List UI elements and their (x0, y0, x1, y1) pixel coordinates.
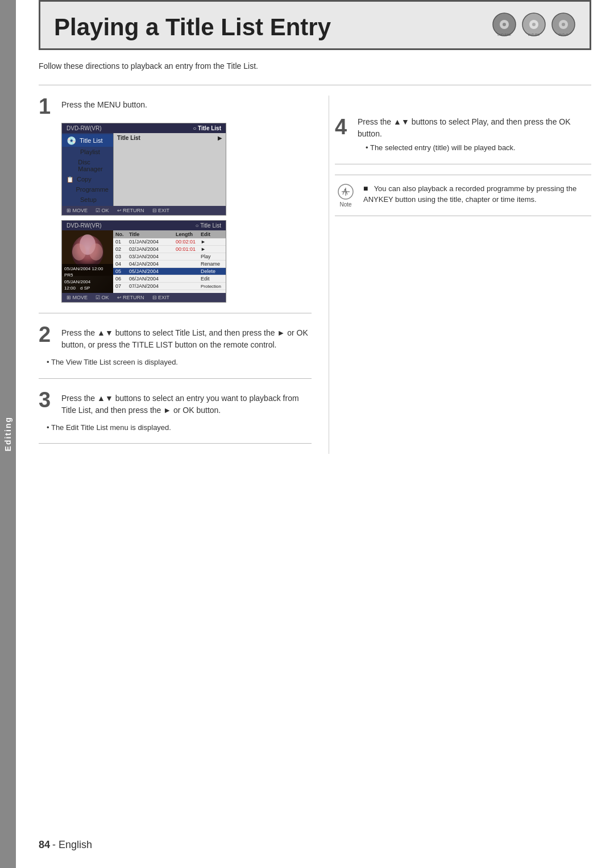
dvd-ram-icon: DVD-RAM (492, 12, 517, 37)
step-4-number: 4 (335, 116, 351, 138)
menu-row-copy: 📋 Copy (62, 174, 113, 184)
titlelist-footer: ⊞ MOVE ☑ OK ↩ RETURN ⊟ EXIT (62, 293, 226, 302)
step-2-bullet: The View Title List screen is displayed. (47, 357, 312, 368)
sidebar: Editing (0, 0, 16, 868)
menu-footer-1: ⊞ MOVE ☑ OK ↩ RETURN ⊟ EXIT (62, 206, 226, 215)
page-footer: 84 - English (16, 839, 614, 851)
menu-titlelist-badge-1: ○ Title List (193, 125, 221, 131)
left-column: 1 Press the MENU button. DVD-RW(VR) ○ Ti… (39, 96, 329, 454)
svg-text:DVD-RAM: DVD-RAM (497, 33, 511, 36)
step-3-number: 3 (39, 389, 55, 411)
tl-entry-05: 05 05/JAN/2004 Delete (113, 268, 226, 275)
divider-2-3 (39, 378, 312, 379)
divider-1-2 (39, 313, 312, 313)
step-2-number: 2 (39, 324, 55, 345)
intro-text: Follow these directions to playback an e… (39, 60, 591, 72)
svg-text:DVD-RW: DVD-RW (528, 33, 540, 36)
dvd-rw-icon: DVD-RW (521, 12, 546, 37)
title-section: Playing a Title List Entry DVD-RAM DVD-R… (39, 0, 591, 50)
svg-point-10 (562, 23, 565, 26)
menu-row-discmanager: Disc Manager (62, 157, 113, 174)
note-icon-col: Note (335, 183, 356, 208)
dvd-r-icon: DVD+R (551, 12, 576, 37)
menu-row-setup: Setup (62, 195, 113, 205)
thumb-time: 12:00 (64, 285, 76, 291)
note-label: Note (339, 201, 351, 208)
thumb-date: 05/JAN/2004 (64, 279, 111, 285)
note-icon (337, 183, 354, 200)
titlelist-thumbnail: 05/JAN/2004 12:00 PR5 05/JAN/2004 12:00 … (62, 230, 113, 293)
step-4-bullet: The selected entry (title) will be playe… (366, 142, 591, 154)
svg-point-15 (72, 243, 86, 261)
page-title: Playing a Title List Entry (54, 14, 331, 40)
step-1-text: Press the MENU button. (61, 96, 147, 111)
page-number: 84 (39, 839, 50, 851)
menu-screenshot-1: DVD-RW(VR) ○ Title List 💿 Title List (61, 123, 226, 216)
titlelist-entries: No. Title Length Edit 01 01/JAN/2004 00:… (113, 230, 226, 293)
right-column: 4 Press the ▲▼ buttons to select Play, a… (329, 96, 591, 454)
divider-3-end (39, 443, 312, 444)
titlelist-body: 05/JAN/2004 12:00 PR5 05/JAN/2004 12:00 … (62, 230, 226, 293)
tl-entry-06: 06 06/JAN/2004 Edit (113, 275, 226, 283)
step-4-text: Press the ▲▼ buttons to select Play, and… (358, 114, 571, 138)
submenu-arrow: ▶ (218, 135, 222, 141)
svg-text:DVD+R: DVD+R (558, 33, 568, 36)
step-2-text: Press the ▲▼ buttons to select Title Lis… (61, 324, 312, 351)
menu-row-titlelist: 💿 Title List (62, 134, 113, 147)
menu-dvd-label-1: DVD-RW(VR) (67, 125, 101, 131)
step-1: 1 Press the MENU button. DVD-RW(VR) ○ Ti… (39, 96, 312, 303)
divider-intro (39, 85, 591, 85)
titlelist-dvd-label: DVD-RW(VR) (67, 222, 101, 229)
tl-entry-04: 04 04/JAN/2004 Rename (113, 261, 226, 268)
step-1-number: 1 (39, 96, 55, 117)
two-column-layout: 1 Press the MENU button. DVD-RW(VR) ○ Ti… (39, 96, 591, 454)
titlelist-header: DVD-RW(VR) ○ Title List (62, 221, 226, 230)
menu-header-1: DVD-RW(VR) ○ Title List (62, 123, 226, 133)
tl-entry-03: 03 03/JAN/2004 Play (113, 253, 226, 261)
step-1-header: 1 Press the MENU button. (39, 96, 312, 117)
tl-entry-02: 02 02/JAN/2004 00:01:01 ► (113, 246, 226, 253)
menu-row-programme: Programme (62, 184, 113, 195)
step-3: 3 Press the ▲▼ buttons to select an entr… (39, 389, 312, 433)
step-2-header: 2 Press the ▲▼ buttons to select Title L… (39, 324, 312, 351)
step-4-header: 4 Press the ▲▼ buttons to select Play, a… (335, 106, 591, 154)
divider-right-1 (335, 164, 591, 164)
svg-point-16 (89, 243, 103, 261)
tl-entry-07: 07 07/JAN/2004 Protection (113, 283, 226, 290)
titlelist-screenshot: DVD-RW(VR) ○ Title List (61, 220, 226, 303)
titlelist-badge: ○ Title List (195, 222, 221, 229)
menu-row-playlist: Playlist (62, 147, 113, 157)
sidebar-label: Editing (3, 416, 13, 451)
thumb-info: 05/JAN/2004 12:00 PR5 (64, 266, 111, 278)
step-3-bullet: The Edit Title List menu is displayed. (47, 422, 312, 433)
tl-entry-01: 01 01/JAN/2004 00:02:01 ► (113, 238, 226, 246)
submenu-titlelist-label: Title List (117, 135, 140, 141)
svg-point-2 (503, 23, 506, 26)
svg-point-6 (532, 23, 536, 26)
thumb-quality: d SP (80, 285, 90, 291)
step-3-header: 3 Press the ▲▼ buttons to select an entr… (39, 389, 312, 416)
menu-body-1: 💿 Title List Playlist Disc Manager (62, 133, 226, 206)
note-box: Note ■ You can also playback a recorded … (335, 175, 591, 216)
thumb-overlay: 05/JAN/2004 12:00 PR5 05/JAN/2004 12:00 … (62, 264, 113, 293)
page-language: - English (52, 839, 92, 851)
step-2: 2 Press the ▲▼ buttons to select Title L… (39, 324, 312, 368)
note-text: You can also playback a recorded program… (363, 184, 576, 204)
entries-header: No. Title Length Edit (113, 230, 226, 238)
disc-icons: DVD-RAM DVD-RW DVD+R (492, 12, 576, 40)
step-3-text: Press the ▲▼ buttons to select an entry … (61, 389, 312, 416)
